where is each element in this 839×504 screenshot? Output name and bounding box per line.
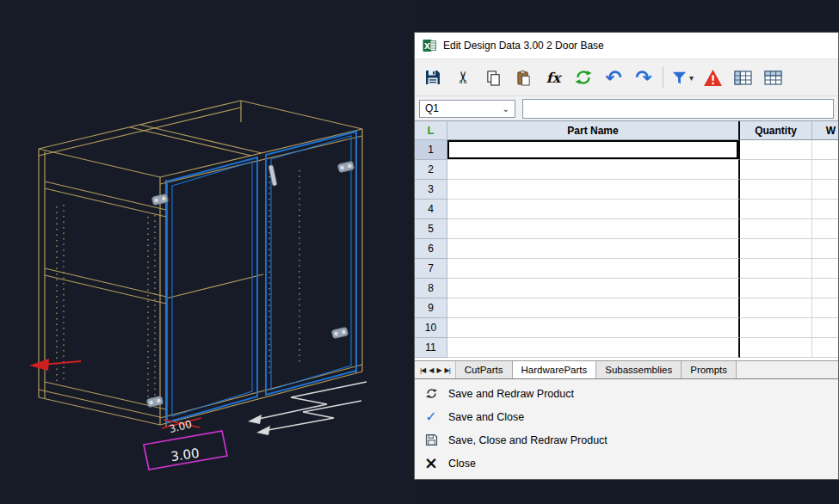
grid-cell[interactable] bbox=[812, 180, 838, 200]
row-header[interactable]: 2 bbox=[415, 160, 447, 180]
nav-last-icon[interactable]: ▶| bbox=[445, 366, 450, 374]
grid-cell[interactable] bbox=[447, 318, 740, 338]
action-close[interactable]: × Close bbox=[415, 452, 838, 475]
nav-prev-icon[interactable]: ◀ bbox=[429, 366, 433, 374]
action-list: Save and Redraw Product ✓ Save and Close… bbox=[415, 378, 838, 479]
grid-cell[interactable] bbox=[812, 140, 838, 160]
grid-cell[interactable] bbox=[740, 239, 812, 259]
action-label: Close bbox=[448, 458, 476, 470]
grid-cell[interactable] bbox=[447, 259, 740, 279]
cell-name-box[interactable]: Q1 ⌄ bbox=[419, 100, 515, 118]
grid-cell[interactable] bbox=[812, 318, 838, 338]
action-label: Save and Redraw Product bbox=[448, 388, 574, 400]
table-row: 11 bbox=[415, 338, 838, 358]
header-row: L Part Name Quantity W bbox=[415, 121, 838, 140]
column-header-part-name[interactable]: Part Name bbox=[447, 121, 740, 140]
save-icon[interactable] bbox=[422, 65, 444, 89]
row-header[interactable]: 9 bbox=[415, 298, 447, 318]
grid-cell[interactable] bbox=[740, 279, 812, 298]
row-header[interactable]: 11 bbox=[415, 338, 447, 358]
tab-subassemblies[interactable]: Subassemblies bbox=[596, 361, 682, 378]
grid-cell[interactable] bbox=[740, 259, 812, 279]
nav-first-icon[interactable]: |◀ bbox=[420, 366, 425, 374]
grid-cell[interactable] bbox=[812, 338, 838, 358]
row-header[interactable]: 10 bbox=[415, 318, 447, 338]
action-save-redraw[interactable]: Save and Redraw Product bbox=[415, 382, 838, 405]
row-header[interactable]: 7 bbox=[415, 259, 447, 279]
tab-hardwareparts[interactable]: HardwareParts bbox=[513, 361, 597, 378]
row-header[interactable]: 5 bbox=[415, 219, 447, 239]
row-header[interactable]: 4 bbox=[415, 200, 447, 219]
grid-cell[interactable] bbox=[740, 338, 812, 358]
table-grid-1-icon[interactable] bbox=[731, 65, 754, 89]
grid-cell[interactable] bbox=[447, 239, 740, 259]
action-label: Save, Close and Redraw Product bbox=[448, 434, 608, 446]
row-header[interactable]: 6 bbox=[415, 239, 447, 259]
grid-cell[interactable] bbox=[740, 180, 812, 200]
action-label: Save and Close bbox=[448, 411, 524, 423]
spreadsheet-grid: L Part Name Quantity W 1 2 3 4 bbox=[415, 120, 838, 360]
row-header[interactable]: 3 bbox=[415, 180, 447, 200]
row-header[interactable]: 8 bbox=[415, 279, 447, 298]
filter-icon[interactable]: ▾ bbox=[671, 65, 694, 89]
redo-icon[interactable]: ↷ bbox=[632, 65, 655, 89]
action-save-close[interactable]: ✓ Save and Close bbox=[415, 405, 838, 428]
table-row: 6 bbox=[415, 239, 838, 259]
row-header[interactable]: 1 bbox=[415, 140, 447, 160]
grid-cell[interactable] bbox=[447, 298, 740, 318]
grid-cell[interactable] bbox=[740, 298, 812, 318]
grid-cell[interactable] bbox=[812, 259, 838, 279]
corner-header-cell[interactable]: L bbox=[415, 121, 447, 140]
window-title: Edit Design Data 3.00 2 Door Base bbox=[443, 40, 604, 52]
copy-icon[interactable] bbox=[482, 65, 504, 89]
redraw-icon bbox=[423, 387, 439, 400]
tab-prompts[interactable]: Prompts bbox=[682, 361, 737, 378]
sheet-tab-bar: |◀ ◀ ▶ ▶| CutParts HardwareParts Subasse… bbox=[415, 360, 838, 378]
grid-cell[interactable] bbox=[812, 200, 838, 219]
grid-cell[interactable] bbox=[447, 279, 740, 298]
edit-design-data-window: X Edit Design Data 3.00 2 Door Base ✂ bbox=[414, 32, 839, 480]
formula-bar-input[interactable] bbox=[522, 99, 834, 119]
grid-cell[interactable] bbox=[447, 338, 740, 358]
undo-icon[interactable]: ↶ bbox=[602, 65, 625, 89]
paste-icon[interactable] bbox=[512, 65, 534, 89]
grid-cell[interactable] bbox=[447, 180, 740, 200]
grid-cell[interactable] bbox=[740, 219, 812, 239]
warning-icon[interactable] bbox=[701, 65, 724, 89]
refresh-icon[interactable] bbox=[572, 65, 595, 89]
table-row: 8 bbox=[415, 279, 838, 298]
table-row: 5 bbox=[415, 219, 838, 239]
grid-cell[interactable] bbox=[740, 160, 812, 180]
tab-cutparts[interactable]: CutParts bbox=[456, 361, 513, 378]
column-header-quantity[interactable]: Quantity bbox=[740, 121, 812, 140]
grid-cell[interactable] bbox=[812, 298, 838, 318]
nav-next-icon[interactable]: ▶ bbox=[436, 366, 441, 374]
cad-viewport[interactable]: 3.00 3.00 bbox=[0, 0, 414, 504]
table-row: 9 bbox=[415, 298, 838, 318]
grid-cell[interactable] bbox=[740, 140, 812, 160]
action-save-close-redraw[interactable]: Save, Close and Redraw Product bbox=[415, 428, 838, 452]
toolbar: ✂ fx ↶ ↷ bbox=[415, 59, 838, 96]
column-header-w[interactable]: W bbox=[812, 121, 838, 140]
toolbar-separator bbox=[663, 67, 663, 88]
grid-cell[interactable] bbox=[447, 200, 740, 219]
grid-cell[interactable] bbox=[447, 160, 740, 180]
function-icon[interactable]: fx bbox=[542, 65, 564, 89]
chevron-down-icon[interactable]: ⌄ bbox=[503, 104, 509, 114]
save-small-icon bbox=[423, 433, 439, 446]
grid-cell[interactable] bbox=[740, 318, 812, 338]
cut-icon[interactable]: ✂ bbox=[452, 65, 474, 89]
grid-cell[interactable] bbox=[740, 200, 812, 219]
sheet-tab-nav: |◀ ◀ ▶ ▶| bbox=[415, 361, 456, 378]
table-row: 1 bbox=[415, 140, 838, 160]
table-row: 2 bbox=[415, 160, 838, 180]
grid-cell[interactable] bbox=[812, 279, 838, 298]
table-row: 10 bbox=[415, 318, 838, 338]
table-grid-2-icon[interactable] bbox=[762, 65, 784, 89]
grid-cell-selected[interactable] bbox=[447, 140, 740, 160]
title-bar[interactable]: X Edit Design Data 3.00 2 Door Base bbox=[415, 33, 838, 59]
grid-cell[interactable] bbox=[812, 239, 838, 259]
grid-cell[interactable] bbox=[812, 160, 838, 180]
grid-cell[interactable] bbox=[812, 219, 838, 239]
grid-cell[interactable] bbox=[447, 219, 740, 239]
